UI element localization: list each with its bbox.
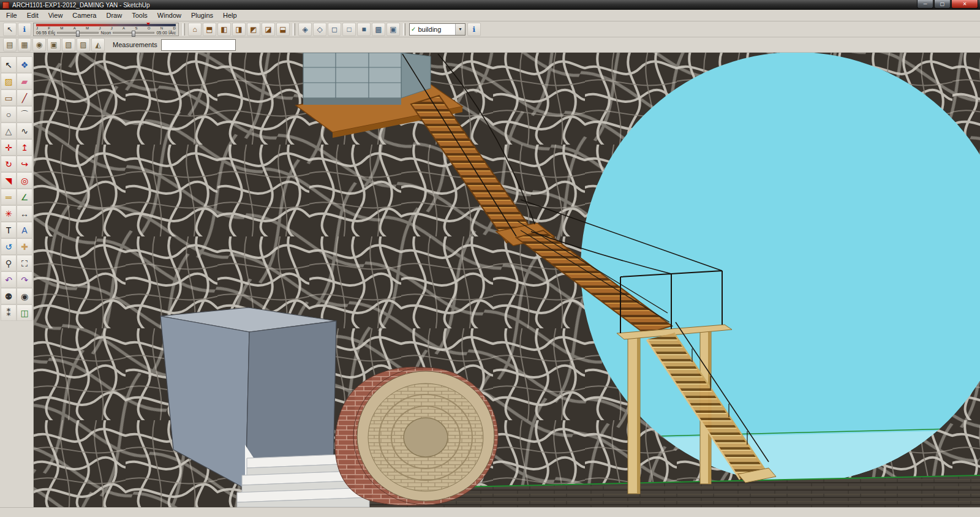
text-tool[interactable]: T <box>1 222 17 238</box>
follow-me-tool[interactable]: ↪ <box>17 156 32 172</box>
sandbox-from-contours-button[interactable]: ▤ <box>3 38 17 51</box>
menu-item[interactable]: Camera <box>67 10 101 20</box>
shadow-start-time: 06:55 ÉlÎç <box>36 31 55 35</box>
zoom-tool[interactable]: ⚲ <box>1 255 17 271</box>
menu-bar: FileEditViewCameraDrawToolsWindowPlugins… <box>0 10 980 21</box>
face-styles-toolbar: ◈◇◻□■▩▣ <box>298 23 401 36</box>
menu-item[interactable]: Window <box>153 10 186 20</box>
push-pull-tool[interactable]: ↥ <box>17 139 32 156</box>
dropdown-arrow-icon[interactable]: ▼ <box>455 24 465 35</box>
pointer-toolbar-button[interactable]: ↖ <box>3 23 17 36</box>
style-textured-button[interactable]: ▩ <box>372 23 385 36</box>
scale-tool[interactable]: ◥ <box>1 172 17 189</box>
orbit-tool[interactable]: ↺ <box>1 238 17 255</box>
main-area: ↖ ❖ ▨ ▰ ▭ ╱ <box>0 53 980 507</box>
circle-tool[interactable]: ○ <box>1 106 17 123</box>
tape-measure-tool[interactable]: ═ <box>1 189 17 205</box>
shadow-time-slider-left[interactable] <box>57 32 99 34</box>
layer-dropdown-value: building <box>418 26 455 33</box>
menu-item[interactable]: Help <box>218 10 242 20</box>
month-letter: F <box>48 26 50 30</box>
next-view-tool[interactable]: ↷ <box>17 271 32 288</box>
style-xray-button[interactable]: ◈ <box>298 23 312 36</box>
axes-tool[interactable]: ✳ <box>1 205 17 222</box>
minimize-button[interactable]: ─ <box>917 0 933 9</box>
toolbar-grip <box>403 23 405 36</box>
standard-views-toolbar: ⌂⬒◧◨◩◪⬓ <box>187 23 290 36</box>
layer-info-button[interactable]: ℹ <box>467 23 481 36</box>
section-plane-tool[interactable]: ◫ <box>17 304 32 321</box>
toolbar-grip <box>183 23 185 36</box>
sketchup-window: ARCH1101-EXP1-2012_DAMING YAN - SketchUp… <box>0 0 980 517</box>
month-letter: O <box>148 26 151 30</box>
smoove-button[interactable]: ◉ <box>32 38 46 51</box>
style-shaded-button[interactable]: ■ <box>357 23 371 36</box>
position-camera-tool[interactable]: ⚉ <box>1 288 17 304</box>
freehand-tool[interactable]: ∿ <box>17 123 32 139</box>
flip-edge-button[interactable]: ◭ <box>91 38 105 51</box>
maximize-button[interactable]: ▢ <box>934 0 951 9</box>
window-title: ARCH1101-EXP1-2012_DAMING YAN - SketchUp <box>12 2 150 9</box>
menu-item[interactable]: Draw <box>101 10 127 20</box>
style-back-edges-button[interactable]: ◇ <box>313 23 326 36</box>
arc-tool[interactable]: ⌒ <box>17 106 32 123</box>
model-viewport[interactable] <box>34 53 980 507</box>
walk-tool[interactable]: ⁑ <box>1 304 17 321</box>
polygon-tool[interactable]: △ <box>1 123 17 139</box>
style-hidden-line-button[interactable]: □ <box>342 23 356 36</box>
view-back-button[interactable]: ◨ <box>232 23 246 36</box>
menu-item[interactable]: Plugins <box>186 10 218 20</box>
shadow-time-row: 06:55 ÉlÎç Noon 05:00 ÍÂíc <box>36 31 176 35</box>
sandbox-tools-group: ▤▦◉▣▧▨◭ <box>2 38 105 51</box>
shadow-time-slider-right[interactable] <box>113 32 154 34</box>
close-button[interactable]: ✕ <box>951 0 978 9</box>
menu-item[interactable]: Tools <box>127 10 153 20</box>
eraser-tool[interactable]: ▰ <box>17 73 32 89</box>
month-letter: J <box>99 26 100 30</box>
shadow-date-marker[interactable] <box>146 23 150 25</box>
view-iso-button[interactable]: ⌂ <box>188 23 202 36</box>
view-front-button[interactable]: ◧ <box>217 23 231 36</box>
instructor-toolbar-button[interactable]: ℹ <box>18 23 31 36</box>
line-tool[interactable]: ╱ <box>17 89 32 106</box>
dimension-tool[interactable]: ↔ <box>17 205 32 222</box>
view-left-button[interactable]: ◩ <box>247 23 260 36</box>
month-letter: J <box>111 26 113 30</box>
shadow-date-slider[interactable] <box>36 24 176 26</box>
tool-palette: ↖ ❖ ▨ ▰ ▭ ╱ <box>0 53 34 507</box>
view-right-button[interactable]: ◪ <box>262 23 275 36</box>
title-bar[interactable]: ARCH1101-EXP1-2012_DAMING YAN - SketchUp… <box>0 0 980 10</box>
zoom-extents-tool[interactable]: ⛶ <box>17 255 32 271</box>
offset-tool[interactable]: ◎ <box>17 172 32 189</box>
status-bar <box>0 507 980 517</box>
shadow-settings-toolbar[interactable]: JFMAMJJASOND 06:55 ÉlÎç Noon 05:00 ÍÂíc <box>33 23 179 36</box>
drape-button[interactable]: ▧ <box>62 38 75 51</box>
menu-item[interactable]: Edit <box>22 10 43 20</box>
measurements-input[interactable] <box>161 39 236 51</box>
stamp-button[interactable]: ▣ <box>47 38 61 51</box>
sandbox-toolbar: ▤▦◉▣▧▨◭ Measurements <box>0 37 980 53</box>
view-top-button[interactable]: ⬒ <box>203 23 216 36</box>
move-tool[interactable]: ✛ <box>1 139 17 156</box>
shadow-end-time: 05:00 ÍÂíc <box>156 31 176 35</box>
add-detail-button[interactable]: ▨ <box>77 38 90 51</box>
layer-dropdown[interactable]: ✓ building ▼ <box>409 23 466 36</box>
select-tool[interactable]: ↖ <box>1 56 17 73</box>
protractor-tool[interactable]: ∠ <box>17 189 32 205</box>
3d-text-tool[interactable]: A <box>17 222 32 238</box>
menu-item[interactable]: File <box>1 10 22 20</box>
menu-item[interactable]: View <box>43 10 68 20</box>
sandbox-from-scratch-button[interactable]: ▦ <box>18 38 31 51</box>
previous-view-tool[interactable]: ↶ <box>1 271 17 288</box>
pan-tool[interactable]: ✚ <box>17 238 32 255</box>
month-letter: D <box>173 26 176 30</box>
look-around-tool[interactable]: ◉ <box>17 288 32 304</box>
rotate-tool[interactable]: ↻ <box>1 156 17 172</box>
style-wireframe-button[interactable]: ◻ <box>328 23 341 36</box>
measurements-label: Measurements <box>113 41 157 48</box>
paint-bucket-tool[interactable]: ▨ <box>1 73 17 89</box>
make-component-tool[interactable]: ❖ <box>17 56 32 73</box>
view-bottom-button[interactable]: ⬓ <box>276 23 290 36</box>
style-monochrome-button[interactable]: ▣ <box>386 23 400 36</box>
rectangle-tool[interactable]: ▭ <box>1 89 17 106</box>
